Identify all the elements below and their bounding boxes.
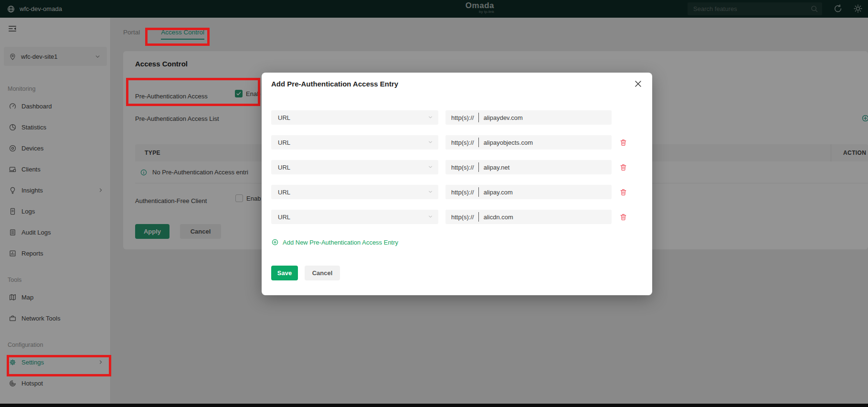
entry-type-select[interactable]: URL: [271, 135, 438, 150]
trash-icon[interactable]: [619, 139, 627, 147]
entry-url-input[interactable]: http(s)://alipay.net: [445, 160, 612, 174]
modal-title: Add Pre-Authentication Access Entry: [271, 80, 398, 88]
url-value: alipaydev.com: [484, 114, 523, 121]
entry-type-value: URL: [278, 139, 290, 146]
entry-row-4: URLhttp(s)://alipay.com: [271, 185, 627, 199]
chevron-down-icon: [427, 139, 434, 145]
url-prefix: http(s)://: [445, 114, 474, 121]
save-button[interactable]: Save: [271, 266, 298, 280]
modal-entry-rows: URLhttp(s)://alipaydev.comURLhttp(s)://a…: [271, 110, 627, 235]
chevron-down-icon: [427, 114, 434, 120]
entry-type-value: URL: [278, 189, 290, 196]
input-divider: [478, 138, 479, 147]
close-icon[interactable]: [634, 79, 643, 88]
entry-url-input[interactable]: http(s)://alicdn.com: [445, 210, 612, 224]
add-new-entry-link[interactable]: Add New Pre-Authentication Access Entry: [271, 238, 398, 246]
url-prefix: http(s)://: [445, 214, 474, 221]
entry-type-select[interactable]: URL: [271, 210, 438, 224]
modal-cancel-button[interactable]: Cancel: [305, 266, 340, 280]
url-value: alipayobjects.com: [484, 139, 533, 146]
entry-url-input[interactable]: http(s)://alipay.com: [445, 185, 612, 199]
add-pre-auth-entry-modal: Add Pre-Authentication Access Entry URLh…: [262, 73, 652, 295]
entry-url-input[interactable]: http(s)://alipayobjects.com: [445, 135, 612, 150]
entry-type-value: URL: [278, 214, 290, 221]
url-value: alipay.com: [484, 189, 513, 196]
entry-type-select[interactable]: URL: [271, 110, 438, 125]
trash-icon[interactable]: [619, 188, 627, 196]
url-value: alipay.net: [484, 164, 510, 171]
input-divider: [478, 187, 479, 197]
chevron-down-icon: [427, 189, 434, 195]
trash-icon[interactable]: [619, 163, 627, 171]
url-prefix: http(s)://: [445, 164, 474, 171]
trash-icon[interactable]: [619, 213, 627, 221]
plus-circle-icon: [271, 238, 279, 246]
input-divider: [478, 212, 479, 222]
input-divider: [478, 113, 479, 122]
entry-type-select[interactable]: URL: [271, 160, 438, 174]
entry-url-input[interactable]: http(s)://alipaydev.com: [445, 110, 612, 125]
omada-controller-screen: wfc-dev-omada Omada by tp-link wfc-dev: [0, 0, 868, 407]
entry-row-3: URLhttp(s)://alipay.net: [271, 160, 627, 174]
chevron-down-icon: [427, 164, 434, 170]
url-value: alicdn.com: [484, 214, 513, 221]
entry-type-value: URL: [278, 164, 290, 171]
entry-row-5: URLhttp(s)://alicdn.com: [271, 210, 627, 224]
input-divider: [478, 162, 479, 172]
entry-row-1: URLhttp(s)://alipaydev.com: [271, 110, 627, 125]
url-prefix: http(s)://: [445, 189, 474, 196]
entry-type-select[interactable]: URL: [271, 185, 438, 199]
entry-row-2: URLhttp(s)://alipayobjects.com: [271, 135, 627, 150]
url-prefix: http(s)://: [445, 139, 474, 146]
chevron-down-icon: [427, 214, 434, 220]
entry-type-value: URL: [278, 114, 290, 121]
add-new-entry-label: Add New Pre-Authentication Access Entry: [283, 239, 398, 246]
